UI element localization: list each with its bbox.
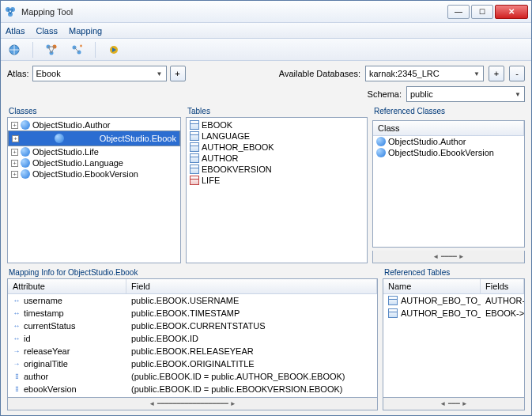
mapping-row-item[interactable]: →releaseYearpublic.EBOOK.RELEASEYEAR: [8, 345, 377, 357]
col-field[interactable]: Field: [126, 279, 377, 293]
table-icon: [388, 296, 398, 305]
panels-row: Classes +ObjectStudio.Author+ObjectStudi…: [7, 107, 525, 263]
mapping-row-item[interactable]: ↔timestamppublic.EBOOK.TIMESTAMP: [8, 307, 377, 320]
col-fields[interactable]: Fields: [481, 279, 524, 293]
class-item[interactable]: +ObjectStudio.Ebook: [8, 130, 180, 146]
field-value: public.EBOOK.RELEASEYEAR: [126, 346, 377, 357]
col-attribute[interactable]: Attribute: [8, 279, 126, 293]
attr-icon: →: [13, 347, 21, 355]
class-item[interactable]: +ObjectStudio.Language: [8, 157, 180, 168]
class-item[interactable]: +ObjectStudio.Author: [8, 119, 180, 130]
class-item[interactable]: +ObjectStudio.EbookVersion: [8, 168, 180, 180]
mapping-row-item[interactable]: ⁞⁞author(public.EBOOK.ID = public.AUTHOR…: [8, 370, 377, 383]
atlas-select[interactable]: Ebook ▼: [32, 66, 167, 81]
mapping-row-item[interactable]: →originalTitlepublic.EBOOK.ORIGINALTITLE: [8, 357, 377, 370]
table-name: EBOOK: [202, 120, 232, 130]
menu-class[interactable]: Class: [36, 26, 58, 36]
ref-table-fields: EBOOK->E: [481, 308, 524, 319]
expander-icon[interactable]: +: [11, 171, 18, 178]
schema-select[interactable]: public ▼: [406, 86, 525, 102]
table-icon: [190, 131, 199, 141]
tool-node-add-icon[interactable]: [68, 41, 85, 59]
field-value: public.EBOOK.ID: [126, 333, 377, 344]
expander-icon[interactable]: +: [11, 122, 18, 129]
ref-tables-body[interactable]: AUTHOR_EBO_TO_AUTHOR_ID_...AUTHOR->AAUTH…: [383, 294, 524, 397]
class-icon: [21, 158, 30, 168]
db-select[interactable]: karnak:2345_LRC ▼: [365, 66, 484, 81]
tables-list[interactable]: EBOOKLANGUAGEAUTHOR_EBOOKAUTHOREBOOKVERS…: [186, 117, 368, 263]
mapping-row-item[interactable]: ↔currentStatuspublic.EBOOK.CURRENTSTATUS: [8, 320, 377, 332]
table-item[interactable]: AUTHOR: [187, 153, 367, 164]
mapping-body[interactable]: ↔usernamepublic.EBOOK.USERNAME↔timestamp…: [8, 294, 377, 397]
field-value: public.EBOOK.ORIGINALTITLE: [126, 358, 377, 369]
atlas-db-row: Atlas: Ebook ▼ + Available Databases: ka…: [7, 66, 525, 81]
db-remove-button[interactable]: -: [509, 66, 525, 81]
window-title: Mapping Tool: [21, 7, 447, 17]
field-value: public.EBOOK.TIMESTAMP: [126, 308, 377, 319]
ref-table-fields: AUTHOR->A: [481, 295, 524, 306]
ref-tables-table: Name Fields AUTHOR_EBO_TO_AUTHOR_ID_...A…: [383, 278, 525, 398]
app-icon: [4, 6, 17, 18]
mapping-row-item[interactable]: ↔idpublic.EBOOK.ID: [8, 332, 377, 345]
mapping-table: Attribute Field ↔usernamepublic.EBOOK.US…: [7, 278, 378, 398]
ref-classes-header[interactable]: Class: [373, 121, 524, 135]
toolbar-separator: [95, 42, 96, 58]
classes-group: Classes +ObjectStudio.Author+ObjectStudi…: [7, 107, 181, 263]
table-item[interactable]: EBOOKVERSION: [187, 164, 367, 175]
schema-value: public: [410, 89, 433, 99]
ref-class-name: ObjectStudio.Author: [388, 137, 466, 146]
table-icon: [190, 120, 199, 130]
attr-icon: ↔: [13, 322, 21, 330]
maximize-button[interactable]: [471, 5, 493, 19]
col-name[interactable]: Name: [383, 279, 481, 293]
atlas-add-button[interactable]: +: [170, 66, 186, 81]
class-name: ObjectStudio.Life: [32, 147, 99, 157]
minimize-button[interactable]: [447, 5, 470, 19]
expander-icon[interactable]: +: [11, 149, 18, 156]
table-icon: [190, 165, 199, 174]
attr-name: timestamp: [24, 308, 64, 318]
mapping-info-label: Mapping Info for ObjectStudio.Ebook: [7, 268, 378, 277]
content-area: Atlas: Ebook ▼ + Available Databases: ka…: [1, 61, 531, 415]
classes-list[interactable]: +ObjectStudio.Author+ObjectStudio.Ebook+…: [7, 117, 181, 263]
close-button[interactable]: [495, 5, 528, 19]
tables-label: Tables: [186, 107, 368, 115]
table-icon: [190, 142, 199, 152]
chevron-down-icon: ▼: [157, 70, 163, 78]
class-item[interactable]: +ObjectStudio.Life: [8, 146, 180, 157]
class-icon: [376, 148, 386, 157]
table-item[interactable]: LIFE: [187, 175, 367, 186]
scrollbar[interactable]: ◄ ━━━━ ►: [372, 251, 525, 263]
class-icon: [376, 137, 386, 146]
ref-classes-label: Referenced Classes: [372, 107, 525, 115]
db-add-button[interactable]: +: [489, 66, 504, 81]
class-name: ObjectStudio.Language: [32, 158, 123, 168]
tool-globe-icon[interactable]: [6, 41, 23, 59]
menubar: Atlas Class Mapping: [1, 23, 531, 39]
attr-icon: ↔: [13, 309, 21, 317]
attr-icon: ↔: [13, 297, 21, 304]
ref-class-item[interactable]: ObjectStudio.EbookVersion: [373, 147, 524, 158]
titlebar: Mapping Tool: [1, 1, 531, 23]
table-item[interactable]: AUTHOR_EBOOK: [187, 142, 367, 153]
mapping-row-item[interactable]: ↔usernamepublic.EBOOK.USERNAME: [8, 294, 377, 307]
db-label: Available Databases:: [279, 69, 360, 78]
scrollbar[interactable]: ◄ ━━━ ►: [383, 398, 525, 410]
expander-icon[interactable]: +: [11, 160, 18, 167]
ref-table-row[interactable]: AUTHOR_EBO_TO_AUTHOR_ID_...AUTHOR->A: [383, 294, 524, 307]
menu-atlas[interactable]: Atlas: [6, 26, 25, 36]
ref-classes-list[interactable]: ObjectStudio.AuthorObjectStudio.EbookVer…: [373, 136, 524, 247]
mapping-row-item[interactable]: ⁞⁞ebookVersion(public.EBOOK.ID = public.…: [8, 383, 377, 395]
scrollbar[interactable]: ◄ ━━━━━━━━━━━━━━━━━━ ►: [7, 398, 378, 410]
tool-run-icon[interactable]: [105, 41, 123, 59]
field-value: public.EBOOK.CURRENTSTATUS: [126, 320, 377, 331]
menu-mapping[interactable]: Mapping: [69, 26, 102, 36]
table-item[interactable]: EBOOK: [187, 119, 367, 130]
table-item[interactable]: LANGUAGE: [187, 130, 367, 142]
expander-icon[interactable]: +: [12, 135, 19, 142]
attr-name: id: [24, 334, 31, 343]
ref-table-row[interactable]: AUTHOR_EBO_TO_EBOOK_ID_REFEBOOK->E: [383, 307, 524, 320]
tool-nodes-icon[interactable]: [43, 41, 60, 59]
class-name: ObjectStudio.Author: [32, 120, 110, 130]
ref-class-item[interactable]: ObjectStudio.Author: [373, 136, 524, 147]
